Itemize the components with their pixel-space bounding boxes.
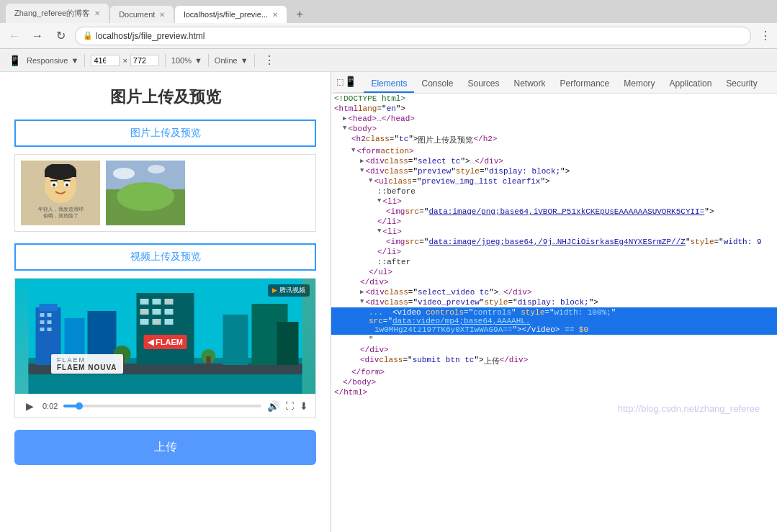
back-button[interactable]: ← xyxy=(6,27,23,45)
forward-button[interactable]: → xyxy=(29,27,46,45)
video-logo: ▶ 腾讯视频 xyxy=(268,284,310,297)
responsive-label: Responsive xyxy=(27,56,68,65)
address-bar: ← → ↻ 🔒 localhost/js/file_preview.html ⋮ xyxy=(0,23,777,49)
tab-sources[interactable]: Sources xyxy=(461,76,507,93)
html-line-21[interactable]: ▼ <div class="video_preview" style="disp… xyxy=(331,297,777,307)
tab-3-close[interactable]: ✕ xyxy=(272,11,278,19)
svg-rect-35 xyxy=(140,309,149,315)
html-line-14[interactable]: ▼ <li> xyxy=(331,227,777,237)
html-line-7[interactable]: ▶ <div class="select tc"> … </div> xyxy=(331,156,777,166)
tab-elements[interactable]: Elements xyxy=(364,76,414,93)
html-line-11[interactable]: ▼ <li> xyxy=(331,197,777,207)
svg-rect-9 xyxy=(63,180,71,181)
html-line-20[interactable]: ▶ <div class="select_video tc"> … </div> xyxy=(331,287,777,297)
dimension-separator: × xyxy=(122,56,127,65)
tab-2-close[interactable]: ✕ xyxy=(159,11,165,19)
devtools-content: <!DOCTYPE html> <html lang="en"> ▶ <head… xyxy=(331,94,777,532)
svg-rect-27 xyxy=(40,320,45,324)
svg-text:俗哦，就危险了: 俗哦，就危险了 xyxy=(43,213,78,218)
new-tab-button[interactable]: + xyxy=(291,6,308,23)
tab-security[interactable]: Security xyxy=(719,76,764,93)
url-text: localhost/js/file_preview.html xyxy=(96,31,205,41)
flaem-brand: FLAEM xyxy=(57,356,117,364)
html-line-13[interactable]: </li> xyxy=(331,217,777,227)
tab-memory[interactable]: Memory xyxy=(616,76,662,93)
html-line-5[interactable]: <h2 class="tc"> 图片上传及预览 </h2> xyxy=(331,134,777,146)
url-bar[interactable]: 🔒 localhost/js/file_preview.html xyxy=(75,27,751,45)
html-line-18[interactable]: </ul> xyxy=(331,267,777,277)
html-line-27[interactable]: </body> xyxy=(331,377,777,387)
tab-application[interactable]: Application xyxy=(663,76,719,93)
tab-performance[interactable]: Performance xyxy=(553,76,617,93)
network-label: Online xyxy=(215,56,238,65)
html-line-6[interactable]: ▼ <form action > xyxy=(331,146,777,156)
upload-button[interactable]: 上传 xyxy=(14,430,316,465)
selected-line-dots: ... <video controls="controls" style="wi… xyxy=(369,308,774,325)
fullscreen-button[interactable]: ⛶ xyxy=(285,401,294,411)
inspect-icon[interactable]: ⬚ xyxy=(337,76,343,88)
webpage-preview: 图片上传及预览 图片上传及预览 xyxy=(0,72,331,532)
image-section-header: 图片上传及预览 xyxy=(14,120,316,147)
play-button[interactable]: ▶ xyxy=(22,399,37,413)
cartoon-svg: 年轻人，我发道滑哔 俗哦，就危险了 xyxy=(28,164,93,222)
reload-button[interactable]: ↻ xyxy=(52,27,69,45)
video-controls: ▶ 0:02 🔊 ⛶ ⬇ xyxy=(15,394,315,418)
tab-network[interactable]: Network xyxy=(507,76,553,93)
width-input[interactable] xyxy=(91,55,120,66)
body-triangle[interactable]: ▼ xyxy=(343,125,346,132)
video-section-header: 视频上传及预览 xyxy=(14,243,316,271)
svg-rect-29 xyxy=(40,328,45,331)
browser-window: Zhang_referee的博客 ✕ Document ✕ localhost/… xyxy=(0,0,777,532)
responsive-toolbar: 📱 Responsive ▼ × 100% ▼ Online ▼ ⋮ xyxy=(0,49,777,72)
svg-rect-22 xyxy=(40,304,58,311)
network-dropdown-icon[interactable]: ▼ xyxy=(241,56,248,65)
svg-text:◀ FLAEM: ◀ FLAEM xyxy=(147,338,183,346)
zoom-dropdown-icon[interactable]: ▼ xyxy=(194,56,202,65)
toolbar-menu-button[interactable]: ⋮ xyxy=(264,53,275,67)
tab-1-close[interactable]: ✕ xyxy=(94,9,100,17)
device-toggle-button[interactable]: 📱 xyxy=(6,53,24,68)
progress-bar[interactable] xyxy=(63,405,261,407)
svg-rect-38 xyxy=(140,319,149,325)
html-line-2[interactable]: <html lang="en"> xyxy=(331,104,777,114)
html-line-22-selected[interactable]: ... <video controls="controls" style="wi… xyxy=(331,307,777,335)
head-triangle[interactable]: ▶ xyxy=(343,114,346,122)
html-line-16[interactable]: </li> xyxy=(331,247,777,257)
html-line-4[interactable]: ▼ <body> xyxy=(331,124,777,134)
html-line-3[interactable]: ▶ <head> … </head> xyxy=(331,114,777,124)
browser-menu-button[interactable]: ⋮ xyxy=(760,29,771,42)
tab-1[interactable]: Zhang_referee的博客 ✕ xyxy=(6,4,109,23)
html-line-10[interactable]: ::before xyxy=(331,186,777,197)
tab-2[interactable]: Document ✕ xyxy=(110,6,174,23)
lock-icon: 🔒 xyxy=(83,31,93,40)
svg-rect-25 xyxy=(40,313,45,317)
html-line-19[interactable]: </div> xyxy=(331,277,777,287)
tab-console[interactable]: Console xyxy=(414,76,460,93)
svg-point-6 xyxy=(53,184,55,186)
device-icon[interactable]: 📱 xyxy=(344,76,356,88)
svg-text:年轻人，我发道滑哔: 年轻人，我发道滑哔 xyxy=(38,207,84,212)
volume-button[interactable]: 🔊 xyxy=(267,400,279,412)
svg-rect-37 xyxy=(165,309,174,315)
svg-rect-8 xyxy=(50,180,58,181)
html-line-26[interactable]: </form> xyxy=(331,367,777,377)
svg-point-7 xyxy=(66,184,68,186)
responsive-dropdown-icon[interactable]: ▼ xyxy=(71,56,78,65)
html-line-15[interactable]: <img src="data:image/jpeg;base64,/9j…NHJ… xyxy=(331,237,777,247)
html-line-24[interactable]: </div> xyxy=(331,345,777,355)
html-line-23[interactable]: " xyxy=(331,335,777,345)
html-line-1[interactable]: <!DOCTYPE html> xyxy=(331,94,777,104)
html-line-9[interactable]: ▼ <ul class="preview_img_list clearfix"> xyxy=(331,176,777,186)
svg-rect-3 xyxy=(45,171,76,177)
html-line-25[interactable]: <div class="submit btn tc"> 上传 </div> xyxy=(331,355,777,367)
tab-3[interactable]: localhost/js/file_previe... ✕ xyxy=(175,6,287,23)
video-thumbnail: ◀ FLAEM ▶ xyxy=(15,279,315,394)
video-time: 0:02 xyxy=(42,402,58,410)
html-line-28[interactable]: </html> xyxy=(331,387,777,397)
height-input[interactable] xyxy=(130,55,159,66)
download-button[interactable]: ⬇ xyxy=(300,400,308,412)
html-line-8[interactable]: ▼ <div class="preview" style="display: b… xyxy=(331,166,777,176)
html-line-17[interactable]: ::after xyxy=(331,257,777,267)
devtools-tabs: ⬚ 📱 Elements Console Sources Network Per… xyxy=(331,72,777,94)
html-line-12[interactable]: <img src="data:image/png;base64,iVBOR…P5… xyxy=(331,207,777,217)
